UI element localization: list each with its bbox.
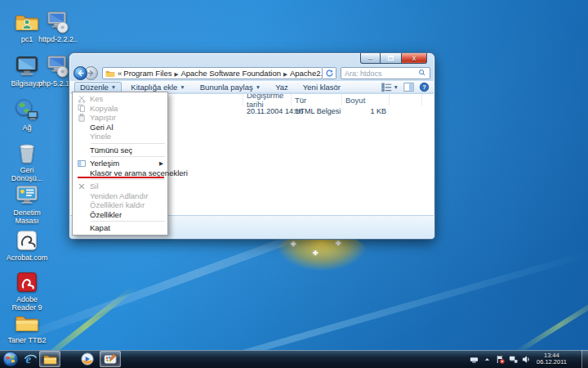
search-placeholder: Ara: htdocs <box>345 70 382 78</box>
column-header-t-r[interactable]: Tür <box>292 94 342 105</box>
start-button[interactable] <box>2 351 20 367</box>
address-bar[interactable]: « Program Files▶Apache Software Foundati… <box>102 67 323 79</box>
toolbar-button-kitapl-a-ekle[interactable]: Kitaplığa ekle▼ <box>125 82 190 92</box>
desktop: ✚✚✚ pc1httpd-2.2.2..Bilgisayarphp-5.2.17… <box>0 0 588 368</box>
show-hidden-icon[interactable] <box>482 354 492 364</box>
menu-item-kopyala: Kopyala <box>73 104 167 114</box>
help-icon[interactable]: ? <box>419 82 430 92</box>
toolbar-button-bununla-payla[interactable]: Bununla paylaş▼ <box>194 82 266 92</box>
menu-item-label: Kopyala <box>90 104 118 113</box>
desktop-icon-label: Acrobat.com <box>3 254 51 262</box>
file-size: 1 KB <box>342 107 390 115</box>
taskbar-internet-explorer[interactable]: e <box>21 351 39 367</box>
close-button[interactable]: x <box>401 53 427 64</box>
toolbar-button-yeni-klas-r[interactable]: Yeni klasör <box>297 82 346 92</box>
network-icon <box>15 98 39 123</box>
recycle-bin-icon <box>15 141 39 165</box>
wmp-icon <box>81 352 94 366</box>
desktop-icon-label: Taner TTB2 <box>3 336 51 344</box>
volume-icon[interactable] <box>521 354 531 364</box>
taskbar-paint[interactable] <box>100 351 121 367</box>
desktop-icon-label: Denetim Masası <box>3 209 51 225</box>
menu-item-yap-t-r: Yapıştır <box>73 113 167 123</box>
layout-icon <box>75 159 87 168</box>
desktop-icon-denetim-masas[interactable]: Denetim Masası <box>3 183 51 225</box>
show-desktop-button[interactable] <box>581 350 588 368</box>
views-dropdown-icon: ▼ <box>394 84 399 90</box>
wallpaper-sparkle: ✚ <box>291 240 296 248</box>
menu-item-yeniden-adland-r: Yeniden Adlandır <box>73 191 167 201</box>
tray-app-icon[interactable] <box>469 354 479 364</box>
desktop-icon-label: Adobe Reader 9 <box>3 295 51 312</box>
desktop-icon-geri-d-n[interactable]: Geri Dönüşü... <box>3 141 51 182</box>
breadcrumb-arrow-icon: ▶ <box>174 71 178 77</box>
svg-text:e: e <box>25 352 30 366</box>
desktop-icon-label: httpd-2.2.2.. <box>34 35 82 43</box>
preview-pane-button[interactable] <box>403 82 414 92</box>
desktop-icon-httpd-2-2-2[interactable]: httpd-2.2.2.. <box>34 10 82 43</box>
search-input[interactable]: Ara: htdocs <box>341 67 430 79</box>
tray-network-icon[interactable] <box>508 354 518 364</box>
red-annotation-underline <box>78 177 164 178</box>
toolbar-button-label: Yaz <box>275 83 288 92</box>
menu-item-label: Yerleşim <box>90 159 119 168</box>
desktop-icon-a[interactable]: Ağ <box>3 98 51 132</box>
desktop-icon-adobe-reader-9[interactable]: Adobe Reader 9 <box>3 270 51 312</box>
menu-separator <box>91 221 165 222</box>
column-header-de-i-tirme-tarihi[interactable]: Değiştirme tarihi <box>243 94 292 105</box>
menu-item-label: Özellikler <box>90 210 122 219</box>
copy-icon <box>75 104 87 112</box>
start-orb-icon <box>2 351 19 367</box>
menu-item-zellikler[interactable]: Özellikler <box>73 210 167 220</box>
menu-item-zellikleri-kald-r: Özellikleri kaldır <box>73 200 167 210</box>
menu-separator <box>91 179 165 180</box>
installer-icon <box>46 54 70 79</box>
menu-item-kapat[interactable]: Kapat <box>73 223 167 233</box>
ie-icon: e <box>24 352 38 366</box>
menu-item-t-m-n-se[interactable]: Tümünü seç <box>73 146 167 155</box>
menu-item-klas-r-ve-arama-se-enekleri[interactable]: Klasör ve arama seçenekleri <box>73 168 167 178</box>
breadcrumb-segment-program-files[interactable]: Program Files <box>123 69 172 78</box>
toolbar-button-label: Bununla paylaş <box>200 83 253 92</box>
menu-item-label: Yinele <box>90 132 111 141</box>
views-button[interactable]: ▼ <box>381 82 399 92</box>
toolbar-button-label: Kitaplığa ekle <box>131 83 177 92</box>
menu-item-yerle-im[interactable]: Yerleşim▶ <box>73 159 167 168</box>
taskbar-media-player[interactable] <box>78 351 96 367</box>
desktop-icon-label: Ağ <box>3 123 51 132</box>
action-center-icon[interactable] <box>495 354 505 364</box>
breadcrumb-segment-apache2-2[interactable]: Apache2.2 <box>290 69 323 78</box>
organize-menu: KesKopyalaYapıştırGeri AlYineleTümünü se… <box>72 92 168 236</box>
toolbar-button-d-zenle[interactable]: Düzenle▼ <box>74 82 122 92</box>
breadcrumb-segment-apache-software-foundation[interactable]: Apache Software Foundation <box>180 69 281 78</box>
wallpaper-sparkle: ✚ <box>336 240 341 247</box>
refresh-button[interactable] <box>323 67 336 79</box>
taskbar-windows-explorer[interactable] <box>39 351 60 367</box>
menu-item-kes: Kes <box>73 94 167 104</box>
toolbar-button-label: Yeni klasör <box>303 83 341 92</box>
menu-item-sil: Sil <box>73 182 167 191</box>
minimize-button[interactable]: – <box>360 53 381 64</box>
breadcrumb-prefix: « <box>118 69 122 78</box>
address-row: « Program Files▶Apache Software Foundati… <box>74 66 430 80</box>
menu-item-geri-al[interactable]: Geri Al <box>73 123 167 132</box>
desktop-icon-acrobat-com[interactable]: Acrobat.com <box>3 228 51 262</box>
chevron-down-icon: ▼ <box>111 84 116 90</box>
adobe-reader-icon <box>15 270 39 294</box>
delete-icon <box>75 182 87 191</box>
menu-item-label: Geri Al <box>90 123 114 132</box>
column-header-boyut[interactable]: Boyut <box>342 94 390 105</box>
back-button[interactable] <box>74 66 87 80</box>
menu-item-label: Özellikleri kaldır <box>90 200 145 209</box>
column-header-filler <box>390 94 422 105</box>
clock-date: 06.12.2011 <box>537 359 567 366</box>
menu-separator <box>91 156 165 157</box>
toolbar-button-label: Düzenle <box>80 83 109 92</box>
menu-separator <box>91 143 165 144</box>
toolbar-button-yaz[interactable]: Yaz <box>270 82 294 92</box>
maximize-button[interactable] <box>381 53 401 64</box>
desktop-icon-taner-ttb2[interactable]: Taner TTB2 <box>3 311 51 344</box>
menu-item-label: Kapat <box>90 223 110 232</box>
search-icon <box>418 69 426 79</box>
taskbar-clock[interactable]: 13:44 06.12.2011 <box>537 352 567 366</box>
